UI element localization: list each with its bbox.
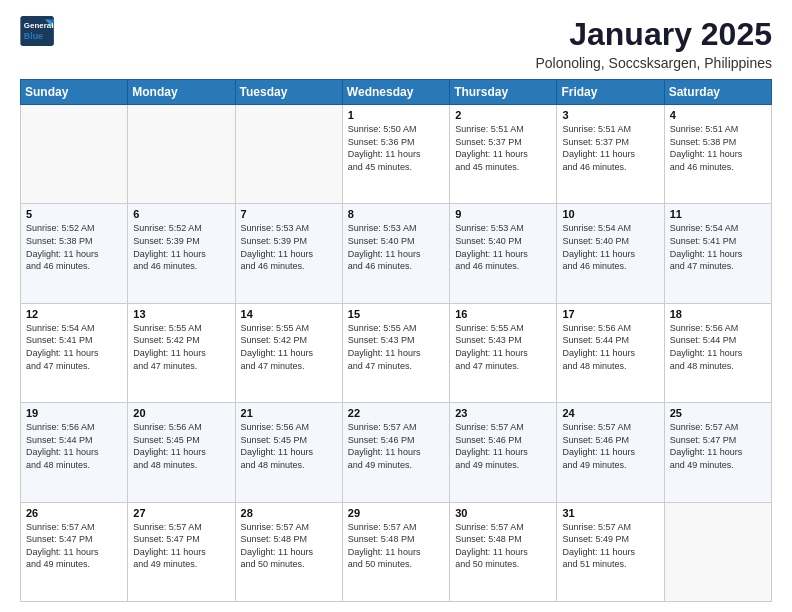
page: General Blue January 2025 Polonoling, So… (0, 0, 792, 612)
day-number: 1 (348, 109, 444, 121)
calendar-cell: 4Sunrise: 5:51 AM Sunset: 5:38 PM Daylig… (664, 105, 771, 204)
calendar-cell: 13Sunrise: 5:55 AM Sunset: 5:42 PM Dayli… (128, 303, 235, 402)
calendar-cell: 28Sunrise: 5:57 AM Sunset: 5:48 PM Dayli… (235, 502, 342, 601)
calendar-cell: 7Sunrise: 5:53 AM Sunset: 5:39 PM Daylig… (235, 204, 342, 303)
col-friday: Friday (557, 80, 664, 105)
calendar-cell: 27Sunrise: 5:57 AM Sunset: 5:47 PM Dayli… (128, 502, 235, 601)
calendar-week-4: 19Sunrise: 5:56 AM Sunset: 5:44 PM Dayli… (21, 403, 772, 502)
day-number: 8 (348, 208, 444, 220)
calendar-cell: 24Sunrise: 5:57 AM Sunset: 5:46 PM Dayli… (557, 403, 664, 502)
day-info: Sunrise: 5:57 AM Sunset: 5:48 PM Dayligh… (455, 521, 551, 571)
calendar-cell: 21Sunrise: 5:56 AM Sunset: 5:45 PM Dayli… (235, 403, 342, 502)
day-info: Sunrise: 5:56 AM Sunset: 5:44 PM Dayligh… (26, 421, 122, 471)
day-number: 25 (670, 407, 766, 419)
calendar-cell: 16Sunrise: 5:55 AM Sunset: 5:43 PM Dayli… (450, 303, 557, 402)
day-info: Sunrise: 5:57 AM Sunset: 5:49 PM Dayligh… (562, 521, 658, 571)
calendar-cell: 5Sunrise: 5:52 AM Sunset: 5:38 PM Daylig… (21, 204, 128, 303)
day-number: 31 (562, 507, 658, 519)
calendar-cell: 11Sunrise: 5:54 AM Sunset: 5:41 PM Dayli… (664, 204, 771, 303)
day-info: Sunrise: 5:56 AM Sunset: 5:45 PM Dayligh… (133, 421, 229, 471)
calendar-cell: 2Sunrise: 5:51 AM Sunset: 5:37 PM Daylig… (450, 105, 557, 204)
header: General Blue January 2025 Polonoling, So… (20, 16, 772, 71)
day-number: 19 (26, 407, 122, 419)
day-number: 13 (133, 308, 229, 320)
day-info: Sunrise: 5:56 AM Sunset: 5:44 PM Dayligh… (562, 322, 658, 372)
calendar-cell: 20Sunrise: 5:56 AM Sunset: 5:45 PM Dayli… (128, 403, 235, 502)
day-info: Sunrise: 5:55 AM Sunset: 5:43 PM Dayligh… (455, 322, 551, 372)
day-number: 23 (455, 407, 551, 419)
calendar-cell: 18Sunrise: 5:56 AM Sunset: 5:44 PM Dayli… (664, 303, 771, 402)
calendar-cell: 29Sunrise: 5:57 AM Sunset: 5:48 PM Dayli… (342, 502, 449, 601)
day-number: 2 (455, 109, 551, 121)
day-number: 30 (455, 507, 551, 519)
calendar-cell: 25Sunrise: 5:57 AM Sunset: 5:47 PM Dayli… (664, 403, 771, 502)
day-number: 16 (455, 308, 551, 320)
calendar-cell: 26Sunrise: 5:57 AM Sunset: 5:47 PM Dayli… (21, 502, 128, 601)
col-wednesday: Wednesday (342, 80, 449, 105)
day-number: 26 (26, 507, 122, 519)
day-number: 28 (241, 507, 337, 519)
calendar-cell (235, 105, 342, 204)
calendar-cell: 22Sunrise: 5:57 AM Sunset: 5:46 PM Dayli… (342, 403, 449, 502)
calendar-cell (664, 502, 771, 601)
day-info: Sunrise: 5:50 AM Sunset: 5:36 PM Dayligh… (348, 123, 444, 173)
calendar-cell: 15Sunrise: 5:55 AM Sunset: 5:43 PM Dayli… (342, 303, 449, 402)
day-number: 20 (133, 407, 229, 419)
day-number: 21 (241, 407, 337, 419)
day-info: Sunrise: 5:53 AM Sunset: 5:39 PM Dayligh… (241, 222, 337, 272)
day-info: Sunrise: 5:57 AM Sunset: 5:47 PM Dayligh… (26, 521, 122, 571)
day-info: Sunrise: 5:55 AM Sunset: 5:43 PM Dayligh… (348, 322, 444, 372)
day-number: 18 (670, 308, 766, 320)
calendar-week-5: 26Sunrise: 5:57 AM Sunset: 5:47 PM Dayli… (21, 502, 772, 601)
calendar-cell: 23Sunrise: 5:57 AM Sunset: 5:46 PM Dayli… (450, 403, 557, 502)
calendar-week-3: 12Sunrise: 5:54 AM Sunset: 5:41 PM Dayli… (21, 303, 772, 402)
calendar-cell: 30Sunrise: 5:57 AM Sunset: 5:48 PM Dayli… (450, 502, 557, 601)
svg-text:Blue: Blue (24, 31, 43, 41)
day-number: 24 (562, 407, 658, 419)
day-info: Sunrise: 5:54 AM Sunset: 5:41 PM Dayligh… (670, 222, 766, 272)
calendar-cell (21, 105, 128, 204)
calendar-cell: 10Sunrise: 5:54 AM Sunset: 5:40 PM Dayli… (557, 204, 664, 303)
day-info: Sunrise: 5:51 AM Sunset: 5:37 PM Dayligh… (455, 123, 551, 173)
calendar-title: January 2025 (535, 16, 772, 53)
col-tuesday: Tuesday (235, 80, 342, 105)
day-info: Sunrise: 5:55 AM Sunset: 5:42 PM Dayligh… (133, 322, 229, 372)
day-info: Sunrise: 5:53 AM Sunset: 5:40 PM Dayligh… (455, 222, 551, 272)
day-number: 29 (348, 507, 444, 519)
day-info: Sunrise: 5:57 AM Sunset: 5:46 PM Dayligh… (348, 421, 444, 471)
calendar-table: Sunday Monday Tuesday Wednesday Thursday… (20, 79, 772, 602)
col-thursday: Thursday (450, 80, 557, 105)
calendar-subtitle: Polonoling, Soccsksargen, Philippines (535, 55, 772, 71)
calendar-cell: 17Sunrise: 5:56 AM Sunset: 5:44 PM Dayli… (557, 303, 664, 402)
svg-text:General: General (24, 21, 54, 30)
day-info: Sunrise: 5:54 AM Sunset: 5:40 PM Dayligh… (562, 222, 658, 272)
calendar-header-row: Sunday Monday Tuesday Wednesday Thursday… (21, 80, 772, 105)
calendar-cell: 12Sunrise: 5:54 AM Sunset: 5:41 PM Dayli… (21, 303, 128, 402)
day-number: 14 (241, 308, 337, 320)
logo-icon: General Blue (20, 16, 56, 46)
day-info: Sunrise: 5:52 AM Sunset: 5:38 PM Dayligh… (26, 222, 122, 272)
calendar-week-2: 5Sunrise: 5:52 AM Sunset: 5:38 PM Daylig… (21, 204, 772, 303)
day-number: 5 (26, 208, 122, 220)
calendar-cell: 1Sunrise: 5:50 AM Sunset: 5:36 PM Daylig… (342, 105, 449, 204)
logo: General Blue (20, 16, 56, 46)
calendar-cell: 19Sunrise: 5:56 AM Sunset: 5:44 PM Dayli… (21, 403, 128, 502)
day-info: Sunrise: 5:57 AM Sunset: 5:47 PM Dayligh… (670, 421, 766, 471)
day-number: 3 (562, 109, 658, 121)
day-number: 6 (133, 208, 229, 220)
calendar-cell (128, 105, 235, 204)
day-info: Sunrise: 5:52 AM Sunset: 5:39 PM Dayligh… (133, 222, 229, 272)
day-number: 12 (26, 308, 122, 320)
day-info: Sunrise: 5:57 AM Sunset: 5:48 PM Dayligh… (241, 521, 337, 571)
calendar-cell: 14Sunrise: 5:55 AM Sunset: 5:42 PM Dayli… (235, 303, 342, 402)
calendar-cell: 3Sunrise: 5:51 AM Sunset: 5:37 PM Daylig… (557, 105, 664, 204)
day-number: 17 (562, 308, 658, 320)
day-info: Sunrise: 5:57 AM Sunset: 5:47 PM Dayligh… (133, 521, 229, 571)
col-saturday: Saturday (664, 80, 771, 105)
day-info: Sunrise: 5:53 AM Sunset: 5:40 PM Dayligh… (348, 222, 444, 272)
title-block: January 2025 Polonoling, Soccsksargen, P… (535, 16, 772, 71)
day-number: 7 (241, 208, 337, 220)
day-number: 22 (348, 407, 444, 419)
day-info: Sunrise: 5:51 AM Sunset: 5:37 PM Dayligh… (562, 123, 658, 173)
calendar-cell: 31Sunrise: 5:57 AM Sunset: 5:49 PM Dayli… (557, 502, 664, 601)
